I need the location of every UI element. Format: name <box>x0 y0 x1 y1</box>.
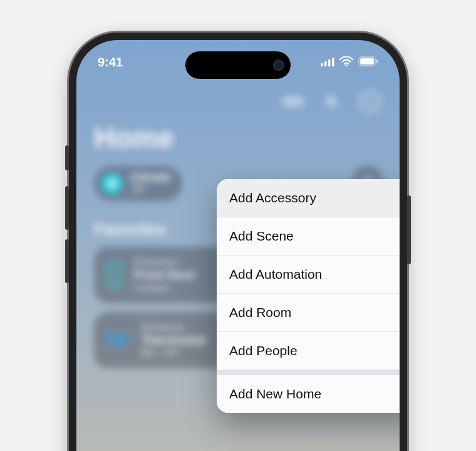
add-menu: Add Accessory Add Scene Add Automation A… <box>217 179 400 413</box>
intercom-button[interactable] <box>282 91 303 112</box>
plus-icon <box>323 93 339 110</box>
chip-climate[interactable]: Climate 70° <box>94 166 182 201</box>
svg-rect-0 <box>321 63 323 66</box>
power-button <box>407 195 411 264</box>
battery-icon <box>358 55 378 70</box>
svg-rect-7 <box>376 60 378 63</box>
card-state: Locked <box>134 282 195 294</box>
card-range: 65°–75° <box>141 347 205 360</box>
door-icon <box>108 262 121 288</box>
menu-add-automation[interactable]: Add Automation <box>217 256 400 294</box>
add-button[interactable] <box>321 91 342 112</box>
menu-add-people[interactable]: Add People <box>217 332 400 370</box>
card-front-door[interactable]: Entrance Front Door Locked <box>94 247 234 303</box>
svg-rect-6 <box>360 58 374 65</box>
volume-down-button <box>65 239 69 283</box>
svg-point-13 <box>111 182 113 185</box>
card-thermostat[interactable]: 70° Entrance Thermostat 65°–75° <box>94 312 234 368</box>
thermostat-value: 70° <box>104 329 132 351</box>
svg-point-12 <box>373 100 376 103</box>
volume-up-button <box>65 186 69 230</box>
card-room: Entrance <box>141 321 205 334</box>
card-room: Entrance <box>134 256 195 269</box>
svg-point-4 <box>345 65 347 66</box>
screen: 9:41 <box>76 40 400 451</box>
fan-icon <box>101 173 123 194</box>
menu-label: Add Room <box>229 305 291 320</box>
toolbar <box>76 70 400 112</box>
menu-add-room[interactable]: Add Room <box>217 294 400 332</box>
chip-value: 70° <box>130 184 171 196</box>
menu-separator <box>217 370 400 375</box>
waveform-icon <box>282 95 303 108</box>
card-name: Front Door <box>134 268 195 282</box>
svg-rect-1 <box>324 61 327 66</box>
ellipsis-icon <box>364 100 376 103</box>
menu-add-accessory[interactable]: Add Accessory <box>217 179 400 217</box>
svg-point-11 <box>369 100 371 103</box>
svg-rect-2 <box>328 60 331 66</box>
side-button <box>65 145 69 170</box>
menu-label: Add Accessory <box>229 190 316 205</box>
menu-add-scene[interactable]: Add Scene <box>217 217 400 256</box>
page-title: Home <box>76 112 400 166</box>
menu-label: Add People <box>229 343 298 358</box>
menu-label: Add New Home <box>229 386 321 402</box>
menu-label: Add Automation <box>229 267 322 282</box>
more-button[interactable] <box>360 91 381 112</box>
status-time: 9:41 <box>98 55 123 70</box>
chip-label: Climate <box>130 172 171 184</box>
wifi-icon <box>339 55 353 70</box>
menu-label: Add Scene <box>229 229 294 244</box>
menu-add-home[interactable]: Add New Home <box>217 375 400 413</box>
iphone-frame: 9:41 <box>69 33 407 451</box>
cellular-icon <box>321 55 334 70</box>
card-name: Thermostat <box>141 333 205 347</box>
svg-rect-3 <box>332 58 334 66</box>
svg-point-10 <box>365 100 367 103</box>
